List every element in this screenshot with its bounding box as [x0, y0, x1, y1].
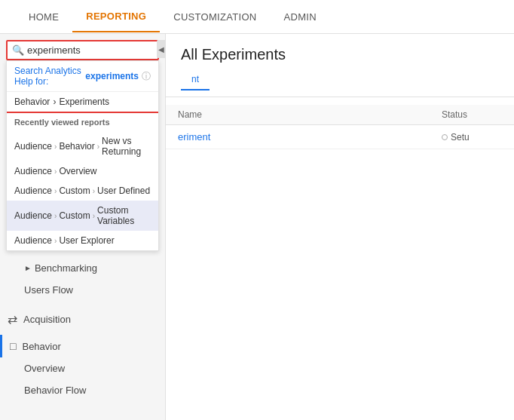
sidebar: ◀ 🔍 Search Analytics Help for: experimen… — [0, 34, 166, 420]
top-navigation: HOME REPORTING CUSTOMIZATION ADMIN — [0, 0, 514, 34]
status-text: Setu — [451, 132, 470, 143]
suggestion-item[interactable]: Audience › User Explorer — [7, 231, 158, 250]
nav-reporting[interactable]: REPORTING — [72, 2, 160, 32]
search-input[interactable] — [27, 44, 153, 56]
sidebar-nav: ► Benchmarking Users Flow ⇄ Acquisition … — [0, 251, 165, 407]
status-dot-icon — [442, 134, 448, 140]
breadcrumb-arrow: › — [53, 97, 56, 107]
main-content: All Experiments nt Name Status eriment S… — [166, 34, 514, 420]
table-area: Name Status eriment Setu — [166, 97, 514, 157]
content-tabs: nt — [181, 69, 499, 90]
experiment-status-cell: Setu — [442, 132, 502, 143]
sidebar-item-users-flow[interactable]: Users Flow — [0, 279, 165, 301]
breadcrumb-part1: Behavior — [14, 97, 50, 107]
breadcrumb-result[interactable]: Behavior › Experiments — [7, 92, 158, 113]
search-box[interactable]: 🔍 — [6, 40, 159, 60]
suggestion-item[interactable]: Audience › Custom › User Defined — [7, 181, 158, 201]
nav-home[interactable]: HOME — [15, 2, 72, 32]
suggestion-item[interactable]: Audience › Behavior › New vs Returning — [7, 131, 158, 161]
page-title: All Experiments — [181, 46, 499, 63]
sidebar-item-behavior-flow[interactable]: Behavior Flow — [0, 379, 165, 401]
suggestion-item-highlighted[interactable]: Audience › Custom › Custom Variables — [7, 201, 158, 231]
content-header: All Experiments nt — [166, 34, 514, 97]
recently-viewed-header: Recently viewed reports — [7, 113, 158, 131]
table-row: eriment Setu — [166, 125, 514, 149]
search-dropdown: Search Analytics Help for: experiments ⓘ… — [6, 60, 159, 251]
sidebar-collapse-button[interactable]: ◀ — [157, 40, 166, 58]
search-analytics-prefix: Search Analytics Help for: — [14, 66, 82, 87]
breadcrumb-part2: Experiments — [59, 97, 109, 107]
arrow-icon: ► — [24, 264, 32, 272]
sidebar-item-overview[interactable]: Overview — [0, 357, 165, 379]
experiment-name-cell[interactable]: eriment — [178, 131, 442, 143]
nav-customization[interactable]: CUSTOMIZATION — [160, 2, 270, 32]
sidebar-item-behavior[interactable]: □ Behavior — [0, 335, 165, 357]
sidebar-item-benchmarking[interactable]: ► Benchmarking — [0, 257, 165, 279]
info-icon[interactable]: ⓘ — [142, 70, 151, 83]
sidebar-item-acquisition[interactable]: ⇄ Acquisition — [0, 307, 165, 332]
behavior-icon: □ — [10, 340, 16, 352]
suggestion-item[interactable]: Audience › Overview — [7, 161, 158, 181]
column-name-header: Name — [178, 109, 442, 120]
nav-admin[interactable]: ADMIN — [271, 2, 330, 32]
acquisition-icon: ⇄ — [8, 312, 17, 326]
table-header: Name Status — [166, 105, 514, 125]
search-icon: 🔍 — [12, 44, 24, 56]
search-analytics-link[interactable]: Search Analytics Help for: experiments ⓘ — [7, 61, 158, 92]
tab-nt[interactable]: nt — [181, 69, 210, 90]
main-layout: ◀ 🔍 Search Analytics Help for: experimen… — [0, 34, 514, 420]
search-analytics-keyword: experiments — [85, 71, 139, 81]
column-status-header: Status — [442, 109, 502, 120]
